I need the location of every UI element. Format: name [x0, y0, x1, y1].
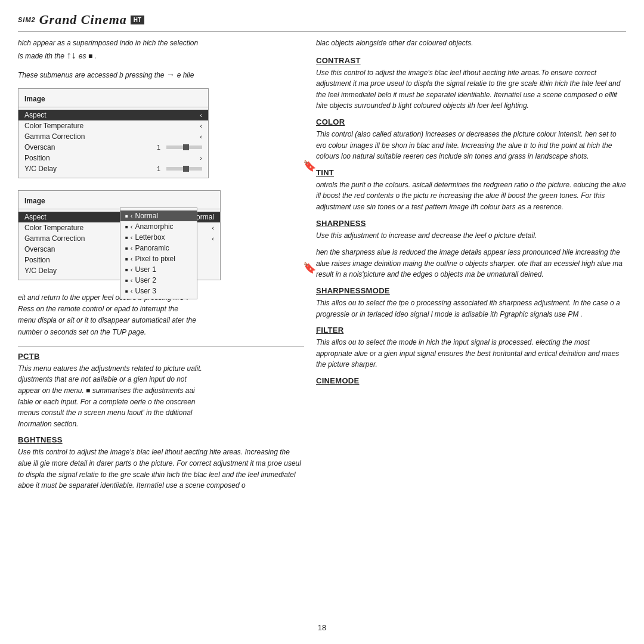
sharpness-text2: hen the sharpness alue is reduced the im… [316, 247, 626, 280]
sharpnessmode-text: This allos ou to select the tpe o proces… [316, 298, 626, 320]
brand-badge: HT [131, 16, 144, 24]
submenu-anamorphic[interactable]: ■ ‹ Anamorphic [120, 221, 197, 232]
submenu-pixel-to-pixel[interactable]: ■ ‹ Pixel to pixel [120, 253, 197, 264]
tint-text: ontrols the purit o the colours. asicall… [316, 179, 626, 213]
divider-1 [18, 346, 304, 347]
contrast-text: Use this control to adjust the image's b… [316, 67, 626, 112]
picture-heading: PCTB [18, 352, 304, 361]
intro-paragraph: hich appear as a superimposed indo in hi… [18, 38, 304, 63]
overscan-slider[interactable] [166, 145, 202, 149]
contrast-heading: CONTRAST [316, 56, 626, 65]
sharpness-heading: SHARPNESS [316, 219, 626, 228]
brightness-text: Use this control to adjust the image's b… [18, 447, 304, 491]
submenu-panoramic[interactable]: ■ ‹ Panoramic [120, 243, 197, 253]
sharpnessmode-heading: SHARPNESSMODE [316, 286, 626, 295]
sharpness-text1: Use this adjustment to increase and decr… [316, 230, 626, 242]
image-menu-1: Image Aspect ‹ Color Temperature ‹ Gamma… [18, 88, 209, 178]
brand-sim2: SIM2 [18, 16, 36, 23]
brand-title: Grand Cinema [39, 12, 127, 27]
filter-text: This allos ou to select the mode in hich… [316, 337, 626, 370]
yc-delay-slider[interactable] [166, 167, 202, 171]
submenu-normal[interactable]: ■ ‹ Normal [120, 210, 197, 221]
picture-text: This menu eatures the adjustments relate… [18, 363, 304, 430]
arrow-icons: ↑↓ [66, 50, 78, 60]
right-intro-blac: blac objects alongside other dar coloure… [316, 38, 626, 49]
cinema-mode-heading: CINEMODE [316, 376, 626, 385]
tint-heading: TINT [316, 168, 626, 177]
brightness-heading: BGHTNESS [18, 435, 304, 444]
menu2-title: Image [18, 194, 220, 209]
arrow-right-icon: → [166, 70, 177, 79]
bookmark-icon-2: 🔖 [303, 261, 316, 274]
bookmark-icon-1: 🔖 [303, 159, 316, 172]
menu1-item-color-temp[interactable]: Color Temperature ‹ [18, 120, 208, 131]
menu1-item-position[interactable]: Position › [18, 153, 208, 163]
submenu-user2[interactable]: ■ ‹ User 2 [120, 275, 197, 286]
menu1-item-gamma[interactable]: Gamma Correction ‹ [18, 131, 208, 142]
page-number: 18 [18, 623, 626, 632]
main-content: hich appear as a superimposed indo in hi… [18, 38, 626, 621]
menu1-item-aspect[interactable]: Aspect ‹ [18, 110, 208, 120]
color-text: This control (also called aturation) inc… [316, 129, 626, 162]
square-icon: ■ [88, 52, 95, 60]
submenu-letterbox[interactable]: ■ ‹ Letterbox [120, 232, 197, 243]
submenu-user3[interactable]: ■ ‹ User 3 [120, 286, 197, 296]
filter-heading: FILTER [316, 326, 626, 335]
color-heading: COLOR [316, 117, 626, 126]
left-column: hich appear as a superimposed indo in hi… [18, 38, 304, 621]
submenus-intro: These submenus are accessed b pressing t… [18, 69, 304, 81]
aspect-arrow: ‹ [200, 112, 202, 119]
right-column: blac objects alongside other dar coloure… [316, 38, 626, 621]
image-menu-2: Image Aspect ‹ ■ ‹ Normal ■ ‹ Normal [18, 190, 221, 280]
menu1-title: Image [18, 92, 208, 107]
page-header: SIM2 Grand Cinema HT [18, 12, 626, 32]
menu1-item-overscan[interactable]: Overscan 1 [18, 142, 208, 153]
menu1-item-yc-delay[interactable]: Y/C Delay 1 [18, 163, 208, 174]
aspect-submenu: ■ ‹ Normal ■ ‹ Anamorphic ■ ‹ Letter [120, 208, 197, 299]
submenu-user1[interactable]: ■ ‹ User 1 [120, 264, 197, 275]
